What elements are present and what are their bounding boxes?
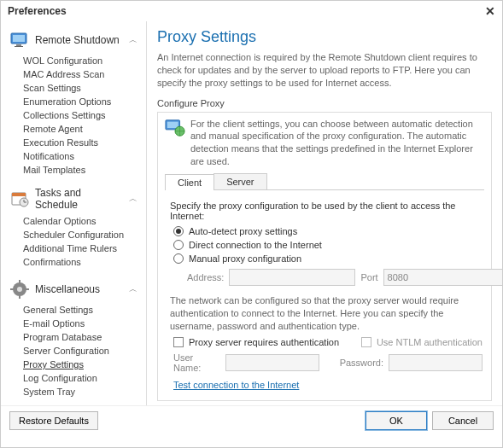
checkbox-label: Use NTLM authentication [377, 337, 483, 347]
section-tasks-schedule[interactable]: Tasks and Schedule ︿ [8, 182, 139, 214]
section-remote-shutdown[interactable]: Remote Shutdown ︿ [8, 25, 139, 54]
checkbox-label: Proxy server requires authentication [189, 337, 339, 347]
address-label: Address: [187, 272, 224, 282]
tabs: Client Server [165, 173, 484, 190]
test-connection-link[interactable]: Test connection to the Internet [167, 376, 299, 390]
section-miscellaneous[interactable]: Miscellaneous ︿ [8, 274, 139, 303]
gear-icon [9, 279, 30, 300]
svg-rect-2 [16, 44, 21, 46]
cancel-button[interactable]: Cancel [432, 411, 494, 430]
group-description: For the client settings, you can choose … [190, 118, 484, 168]
svg-rect-5 [12, 193, 26, 196]
spec-line: Specify the proxy configuration to be us… [167, 199, 483, 224]
username-label: User Name: [173, 352, 220, 373]
sidebar-item[interactable]: Calendar Options [23, 214, 139, 228]
section-label: Miscellaneous [35, 283, 124, 295]
password-label: Password: [340, 358, 383, 368]
page-description: An Internet connection is required by th… [157, 51, 492, 90]
footer: Restore Defaults OK Cancel [1, 405, 502, 435]
section-misc-items: General Settings E-mail Options Program … [8, 303, 139, 404]
chevron-up-icon: ︿ [129, 193, 137, 205]
radio-direct[interactable]: Direct connection to the Internet [167, 238, 483, 252]
checkbox-icon [361, 337, 371, 347]
sidebar-item[interactable]: Program Database [23, 330, 139, 344]
svg-point-10 [17, 287, 22, 292]
sidebar-item[interactable]: MAC Address Scan [23, 67, 139, 81]
radio-manual[interactable]: Manual proxy configuration [167, 252, 483, 265]
sidebar-item[interactable]: Confirmations [23, 255, 139, 269]
sidebar-item[interactable]: Notifications [23, 149, 139, 163]
sidebar-item[interactable]: Scan Settings [23, 81, 139, 95]
username-input[interactable] [225, 354, 319, 371]
sidebar-item[interactable]: General Settings [23, 303, 139, 317]
close-icon[interactable]: ✕ [485, 4, 495, 18]
restore-defaults-footer-button[interactable]: Restore Defaults [9, 411, 98, 430]
tab-server[interactable]: Server [213, 173, 266, 189]
window-title: Preferences [8, 5, 67, 17]
svg-rect-14 [26, 288, 29, 290]
svg-rect-3 [15, 46, 23, 47]
svg-rect-13 [10, 288, 14, 290]
address-input[interactable] [229, 269, 355, 286]
radio-icon [173, 240, 184, 250]
auth-description: The network can be configured so that th… [170, 294, 483, 333]
radio-label: Direct connection to the Internet [189, 240, 322, 250]
sidebar-item[interactable]: Remote Agent [23, 122, 139, 136]
group-label: Configure Proxy [157, 98, 492, 108]
sidebar-item[interactable]: Scheduler Configuration [23, 228, 139, 241]
radio-icon [173, 226, 184, 236]
ok-button[interactable]: OK [366, 411, 427, 430]
sidebar-item[interactable]: Enumeration Options [23, 95, 139, 108]
radio-label: Auto-detect proxy settings [189, 226, 297, 236]
checkbox-ntlm: Use NTLM authentication [354, 335, 483, 349]
sidebar-item[interactable]: WOL Configuration [23, 54, 139, 67]
checkbox-requires-auth[interactable]: Proxy server requires authentication [167, 335, 354, 349]
checkbox-icon [173, 337, 184, 347]
port-input[interactable] [383, 269, 502, 286]
sidebar-item[interactable]: Additional Time Rulers [23, 241, 139, 255]
section-label: Remote Shutdown [35, 34, 124, 46]
sidebar-item-proxy-settings[interactable]: Proxy Settings [23, 358, 139, 371]
sidebar-item[interactable]: E-mail Options [23, 317, 139, 330]
section-label: Tasks and Schedule [35, 187, 124, 211]
globe-monitor-icon [165, 118, 185, 138]
password-input[interactable] [389, 354, 483, 371]
chevron-up-icon: ︿ [129, 34, 137, 46]
monitor-icon [9, 30, 30, 50]
svg-rect-1 [13, 35, 25, 42]
page-title: Proxy Settings [157, 28, 492, 46]
configure-proxy-group: For the client settings, you can choose … [157, 112, 492, 402]
radio-label: Manual proxy configuration [189, 253, 301, 264]
sidebar-item[interactable]: Mail Templates [23, 163, 139, 177]
calendar-icon [9, 189, 30, 209]
radio-auto-detect[interactable]: Auto-detect proxy settings [167, 224, 483, 238]
svg-rect-12 [19, 295, 20, 299]
section-tasks-items: Calendar Options Scheduler Configuration… [8, 214, 139, 274]
svg-rect-16 [167, 121, 178, 127]
sidebar-item[interactable]: Log Configuration [23, 371, 139, 385]
chevron-up-icon: ︿ [129, 283, 137, 295]
port-label: Port [360, 272, 377, 282]
content-pane: Proxy Settings An Internet connection is… [147, 21, 502, 405]
sidebar: Remote Shutdown ︿ WOL Configuration MAC … [1, 21, 146, 405]
tab-client[interactable]: Client [165, 174, 214, 190]
titlebar: Preferences ✕ [1, 1, 502, 21]
sidebar-item[interactable]: Server Configuration [23, 344, 139, 358]
svg-rect-11 [19, 280, 20, 283]
sidebar-item[interactable]: Execution Results [23, 136, 139, 149]
section-remote-shutdown-items: WOL Configuration MAC Address Scan Scan … [8, 54, 139, 182]
radio-icon [173, 253, 184, 264]
sidebar-item[interactable]: Collections Settings [23, 108, 139, 122]
sidebar-item[interactable]: System Tray [23, 385, 139, 399]
